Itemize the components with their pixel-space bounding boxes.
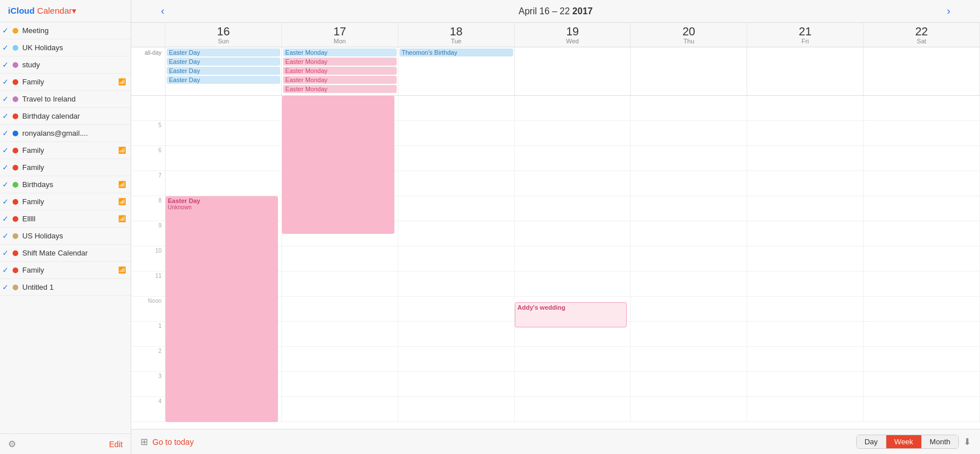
allday-event-sun-2[interactable]: Easter Day [167, 67, 280, 75]
time-cell-4-5 [747, 196, 864, 221]
sidebar-item-birthdays[interactable]: ✓ Birthdays 📶 [0, 176, 131, 193]
day-num-6: 22 [864, 25, 979, 38]
time-cell-2-3 [515, 146, 631, 171]
dot-study [13, 62, 18, 68]
prev-button[interactable]: ‹ [154, 5, 171, 17]
time-cell-2-0 [166, 146, 282, 171]
calendar-grid-icon[interactable]: ⊞ [140, 436, 148, 447]
time-cell-6-5 [747, 246, 864, 271]
date-range-title: April 16 – 22 2017 [519, 6, 593, 17]
time-cell-11-0 [166, 372, 282, 396]
time-row-6: 10 [131, 246, 980, 271]
sidebar-header: iCloud Calendar▾ [0, 0, 131, 22]
allday-label: all-day [131, 47, 166, 95]
time-cell-5-3 [515, 221, 631, 246]
time-row-10: 2 [131, 347, 980, 372]
allday-event-mon-2[interactable]: Easter Monday [283, 67, 397, 75]
time-cell-4-4 [631, 196, 747, 221]
time-cell-1-6 [864, 121, 980, 145]
wifi-icon-family4: 📶 [118, 198, 126, 205]
dot-birthday-cal [13, 114, 18, 119]
time-cell-10-0 [166, 347, 282, 371]
allday-event-sun-0[interactable]: Easter Day [167, 48, 280, 56]
check-icon-family2: ✓ [2, 146, 13, 155]
time-cell-3-0 [166, 171, 282, 196]
time-cell-0-0 [166, 96, 282, 120]
time-cell-8-3 [515, 297, 631, 321]
view-btn-day[interactable]: Day [857, 435, 886, 448]
time-cell-2-1 [282, 146, 398, 171]
time-cell-10-5 [747, 347, 864, 371]
edit-button[interactable]: Edit [109, 440, 123, 449]
next-button[interactable]: › [940, 5, 957, 17]
day-header-5: 21Fri [747, 23, 864, 47]
sidebar-item-ronyal[interactable]: ✓ ronyalans@gmail.... [0, 125, 131, 142]
time-cell-10-4 [631, 347, 747, 371]
time-cell-3-2 [398, 171, 515, 196]
allday-event-sun-1[interactable]: Easter Day [167, 58, 280, 66]
day-num-2: 18 [398, 25, 514, 38]
time-cell-7-5 [747, 271, 864, 296]
time-label-12: 4 [131, 397, 166, 421]
sidebar-item-family4[interactable]: ✓ Family 📶 [0, 193, 131, 210]
check-icon-shiftmate: ✓ [2, 249, 13, 257]
sidebar-item-ellll[interactable]: ✓ Elllll 📶 [0, 210, 131, 228]
label-study: study [22, 60, 126, 69]
time-cell-5-2 [398, 221, 515, 246]
main-calendar: ‹ April 16 – 22 2017 › 16Sun17Mon18Tue19… [131, 0, 980, 454]
day-name-2: Tue [451, 38, 462, 44]
sidebar-item-meeting[interactable]: ✓ Meeting [0, 22, 131, 39]
sidebar-item-family1[interactable]: ✓ Family 📶 [0, 74, 131, 91]
sidebar-items-list: ✓ Meeting ✓ UK Holidays ✓ study ✓ Family… [0, 22, 131, 433]
sidebar-item-uk-holidays[interactable]: ✓ UK Holidays [0, 39, 131, 56]
sidebar-item-family2[interactable]: ✓ Family 📶 [0, 142, 131, 159]
allday-event-tue-0[interactable]: Theomon's Birthday [400, 48, 513, 56]
check-icon-family5: ✓ [2, 266, 13, 274]
day-name-3: Wed [566, 38, 579, 44]
day-num-1: 17 [282, 25, 398, 38]
time-cell-6-0 [166, 246, 282, 271]
dot-family2 [13, 148, 18, 153]
allday-event-sun-3[interactable]: Easter Day [167, 76, 280, 84]
time-label-2: 6 [131, 146, 166, 171]
time-cell-7-1 [282, 271, 398, 296]
label-meeting: Meeting [22, 26, 126, 35]
download-icon[interactable]: ⬇ [963, 436, 971, 447]
time-cell-5-0 [166, 221, 282, 246]
sidebar-item-family3[interactable]: ✓ Family [0, 159, 131, 176]
sidebar-item-shiftmate[interactable]: ✓ Shift Mate Calendar [0, 245, 131, 262]
sidebar-item-us-holidays[interactable]: ✓ US Holidays [0, 228, 131, 245]
brand-calendar: Calendar▾ [37, 6, 76, 15]
label-ronyal: ronyalans@gmail.... [22, 129, 126, 137]
day-num-0: 16 [166, 25, 281, 38]
time-cell-3-5 [747, 171, 864, 196]
time-cell-1-2 [398, 121, 515, 145]
view-btn-month[interactable]: Month [922, 435, 958, 448]
time-cell-8-0 [166, 297, 282, 321]
allday-event-mon-1[interactable]: Easter Monday [283, 58, 397, 66]
label-shiftmate: Shift Mate Calendar [22, 249, 126, 257]
time-cell-1-5 [747, 121, 864, 145]
label-birthday-cal: Birthday calendar [22, 112, 126, 120]
sidebar-item-family5[interactable]: ✓ Family 📶 [0, 262, 131, 279]
sidebar-item-travel[interactable]: ✓ Travel to Ireland [0, 91, 131, 108]
sidebar-item-untitled1[interactable]: ✓ Untitled 1 [0, 279, 131, 296]
check-icon-family1: ✓ [2, 78, 13, 86]
time-cell-8-4 [631, 297, 747, 321]
day-name-5: Fri [801, 38, 809, 44]
gear-icon[interactable]: ⚙ [8, 439, 16, 449]
day-headers: 16Sun17Mon18Tue19Wed20Thu21Fri22Sat [131, 23, 980, 47]
go-today-button[interactable]: Go to today [152, 437, 193, 447]
view-btn-week[interactable]: Week [886, 435, 922, 448]
time-grid: 567891011Noon1234Easter DayUnknownAddy's… [131, 96, 980, 429]
allday-event-mon-4[interactable]: Easter Monday [283, 85, 397, 93]
view-controls: DayWeekMonth ⬇ [856, 435, 971, 449]
allday-cell-sat [864, 47, 980, 95]
time-cell-1-0 [166, 121, 282, 145]
sidebar-item-birthday-cal[interactable]: ✓ Birthday calendar [0, 108, 131, 125]
sidebar-item-study[interactable]: ✓ study [0, 56, 131, 74]
time-cell-9-2 [398, 322, 515, 346]
allday-event-mon-0[interactable]: Easter Monday [283, 48, 397, 56]
view-btn-group: DayWeekMonth [856, 435, 959, 449]
allday-event-mon-3[interactable]: Easter Monday [283, 76, 397, 84]
